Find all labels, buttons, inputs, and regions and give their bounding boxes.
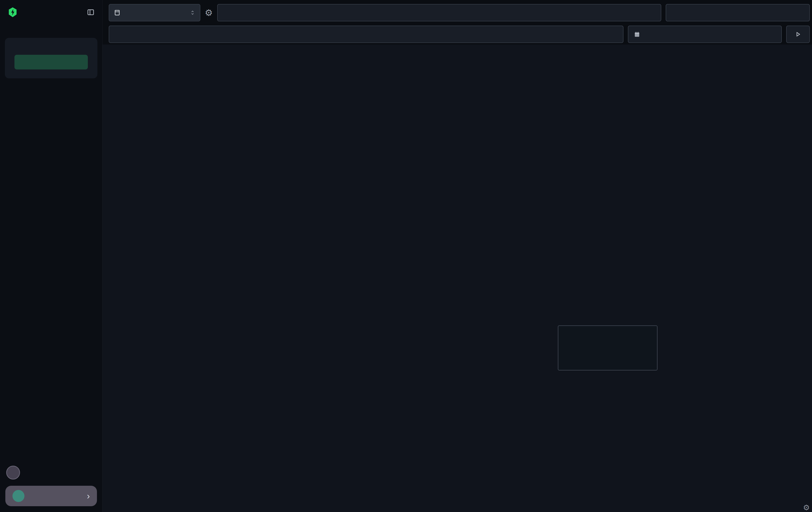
- run-query-button[interactable]: [786, 26, 810, 43]
- source-settings-gear-icon[interactable]: ⚙: [205, 8, 213, 17]
- chart-tooltip: [558, 325, 658, 371]
- avatar: [12, 490, 25, 502]
- source-select[interactable]: [109, 4, 200, 21]
- calendar-icon: [634, 31, 640, 37]
- sidebar: ›: [0, 0, 103, 512]
- main-area: ⚙: [216, 45, 812, 512]
- sidebar-collapse-icon[interactable]: [87, 8, 95, 16]
- updown-chevrons-icon: [190, 10, 196, 16]
- search-bar: [109, 26, 624, 43]
- sidebar-bottom: ›: [0, 466, 102, 512]
- chevron-right-icon: ›: [87, 491, 90, 501]
- right-region: ⚙: [103, 0, 812, 512]
- get-started-button[interactable]: [14, 55, 88, 70]
- logo-row: [0, 0, 102, 25]
- play-icon: [795, 31, 801, 37]
- topbar: ⚙: [103, 0, 812, 45]
- hyperdx-logo-icon: [7, 6, 18, 18]
- search-input[interactable]: [115, 30, 600, 38]
- clickhouse-cloud-promo: [5, 38, 97, 78]
- duration-heatmap: [217, 51, 810, 117]
- date-range-picker[interactable]: [628, 26, 782, 43]
- local-mode-menu[interactable]: ›: [5, 486, 97, 506]
- order-by-input[interactable]: [666, 4, 810, 21]
- filters-panel: [103, 45, 216, 512]
- app: › ⚙: [0, 0, 812, 512]
- content: ⚙: [103, 45, 812, 512]
- corner-settings-gear-icon[interactable]: ⚙: [803, 503, 810, 512]
- help-button[interactable]: [6, 466, 20, 480]
- sql-select-input[interactable]: [217, 4, 661, 21]
- database-icon: [114, 9, 121, 16]
